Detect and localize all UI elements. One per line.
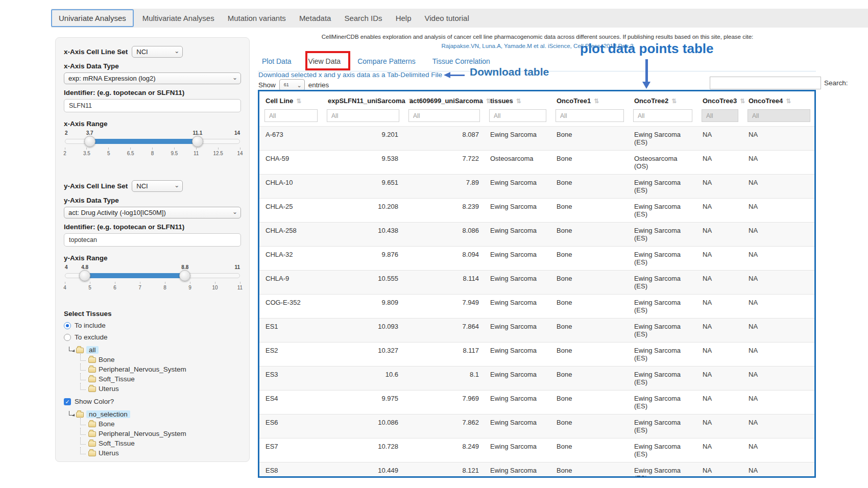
sort-icon[interactable]: ⇅	[786, 97, 791, 105]
entries-select[interactable]: 61 ⌄	[279, 79, 305, 91]
table-cell: 8.121	[403, 462, 484, 478]
slider-tick-label: 11	[190, 148, 202, 156]
y-data-type-select[interactable]: act: Drug Activity (-log10[IC50M]) ⌄	[64, 207, 241, 218]
nav-tab-help[interactable]: Help	[389, 10, 418, 27]
x-identifier-label: Identifier: (e.g. topotecan or SLFN11)	[64, 89, 241, 96]
nav-tab-multivariate-analyses[interactable]: Multivariate Analyses	[136, 10, 221, 27]
column-header-oncotree3[interactable]: OncoTree3⇅	[696, 91, 742, 108]
slider-tick-label: 5	[103, 148, 115, 156]
table-row[interactable]: COG-E-3529.8097.949Ewing SarcomaBoneEwin…	[259, 295, 814, 319]
tree-item-label: Soft_Tissue	[99, 375, 135, 383]
column-filter-input[interactable]	[748, 109, 810, 122]
tab-compare-patterns[interactable]: Compare Patterns	[357, 57, 416, 65]
table-cell: NA	[742, 223, 814, 247]
column-header-tissues[interactable]: tissues⇅	[484, 91, 550, 108]
column-header-act609699_unisarcoma[interactable]: act609699_uniSarcoma⇅	[403, 91, 484, 108]
table-row[interactable]: A-6739.2018.087Ewing SarcomaBoneEwing Sa…	[259, 127, 814, 151]
tab-plot-data[interactable]: Plot Data	[262, 57, 292, 65]
tree-item[interactable]: Bone	[80, 419, 241, 429]
column-header-oncotree1[interactable]: OncoTree1⇅	[550, 91, 628, 108]
table-row[interactable]: ES610.0867.862Ewing SarcomaBoneEwing Sar…	[259, 414, 814, 438]
nav-tab-mutation-variants[interactable]: Mutation variants	[221, 10, 293, 27]
tree-root-label[interactable]: all	[86, 346, 99, 354]
x-axis-range-slider[interactable]: 2 14 3.7 11.1 23.556.589.51112.514	[65, 130, 240, 160]
table-cell: NA	[696, 127, 742, 151]
table-row[interactable]: ES110.0937.864Ewing SarcomaBoneEwing Sar…	[259, 319, 814, 343]
column-filter-input[interactable]	[702, 109, 738, 122]
filter-cell	[696, 108, 742, 127]
column-header-cell line[interactable]: Cell Line⇅	[259, 91, 322, 108]
table-row[interactable]: ES710.7288.249Ewing SarcomaBoneEwing Sar…	[259, 438, 814, 462]
tree-item[interactable]: Peripheral_Nervous_System	[80, 364, 241, 374]
sort-icon[interactable]: ⇅	[296, 97, 301, 105]
x-data-type-select[interactable]: exp: mRNA Expression (log2) ⌄	[64, 72, 241, 84]
column-header-expslfn11_unisarcoma[interactable]: expSLFN11_uniSarcoma⇅	[322, 91, 403, 108]
x-identifier-input[interactable]	[64, 99, 241, 112]
tree-item[interactable]: Bone	[80, 355, 241, 364]
y-axis-range-slider[interactable]: 4 11 4.8 8.8 4567891011	[65, 264, 240, 294]
tree-root-row[interactable]: all	[69, 345, 241, 355]
column-filter-input[interactable]	[264, 109, 318, 122]
sort-icon[interactable]: ⇅	[671, 97, 677, 105]
nav-tab-univariate-analyses[interactable]: Univariate Analyses	[51, 9, 134, 27]
column-header-oncotree2[interactable]: OncoTree2⇅	[628, 91, 696, 108]
column-filter-input[interactable]	[633, 109, 692, 122]
column-filter-input[interactable]	[408, 109, 480, 122]
y-identifier-input[interactable]	[64, 233, 241, 247]
y-cell-line-set-select[interactable]: NCI ⌄	[132, 180, 183, 192]
table-cell: 8.1	[403, 367, 484, 391]
table-row[interactable]: CHLA-25810.4388.086Ewing SarcomaBoneEwin…	[259, 223, 814, 247]
slider-handle-high[interactable]	[192, 136, 203, 147]
search-input[interactable]	[710, 77, 821, 89]
sort-icon[interactable]: ⇅	[594, 97, 599, 105]
show-color-checkbox[interactable]: ✓	[64, 398, 71, 405]
table-row[interactable]: ES810.4498.121Ewing SarcomaBoneEwing Sar…	[259, 462, 814, 478]
nav-tab-video-tutorial[interactable]: Video tutorial	[418, 10, 475, 27]
tree-item[interactable]: Soft_Tissue	[80, 438, 241, 448]
table-row[interactable]: CHLA-109.6517.89Ewing SarcomaBoneEwing S…	[259, 175, 814, 199]
y-identifier-label: Identifier: (e.g. topotecan or SLFN11)	[64, 223, 241, 231]
chevron-down-icon: ⌄	[174, 180, 179, 191]
tree-root-label[interactable]: no_selection	[86, 410, 130, 418]
column-filter-input[interactable]	[556, 109, 624, 122]
show-color-label: Show Color?	[75, 398, 114, 405]
nav-tab-search-ids[interactable]: Search IDs	[337, 10, 389, 27]
slider-handle-low[interactable]	[79, 270, 90, 281]
slider-handle-low[interactable]	[84, 136, 95, 147]
sort-icon[interactable]: ⇅	[740, 97, 745, 105]
table-cell: Ewing Sarcoma (ES)	[628, 247, 696, 271]
tree-item-label: Bone	[99, 420, 115, 428]
table-row[interactable]: CHLA-2510.2088.239Ewing SarcomaBoneEwing…	[259, 199, 814, 223]
table-row[interactable]: ES49.9757.969Ewing SarcomaBoneEwing Sarc…	[259, 391, 814, 414]
x-cell-line-set-select[interactable]: NCI ⌄	[132, 46, 183, 58]
tab-tissue-correlation[interactable]: Tissue Correlation	[432, 57, 490, 65]
slider-handle-high[interactable]	[179, 270, 190, 281]
table-row[interactable]: ES310.68.1Ewing SarcomaBoneEwing Sarcoma…	[259, 367, 814, 391]
tree-item[interactable]: Uterus	[80, 448, 241, 458]
table-row[interactable]: CHLA-910.5558.114Ewing SarcomaBoneEwing …	[259, 271, 814, 295]
citation-link[interactable]: Rajapakse.VN, Luna.A, Yamade.M et al. iS…	[258, 43, 817, 49]
table-cell: NA	[742, 199, 814, 223]
tree-item[interactable]: Uterus	[80, 384, 241, 394]
table-cell: NA	[742, 414, 814, 438]
filter-cell	[259, 108, 322, 127]
tree-item[interactable]: Soft_Tissue	[80, 374, 241, 384]
tree-item[interactable]: Peripheral_Nervous_System	[80, 429, 241, 438]
radio-to-include[interactable]	[64, 322, 71, 329]
select-tissues-title: Select Tissues	[64, 310, 241, 318]
nav-tab-metadata[interactable]: Metadata	[293, 10, 338, 27]
annotation-download-table: Download table	[470, 66, 549, 78]
column-header-oncotree4[interactable]: OncoTree4⇅	[742, 91, 814, 108]
table-row[interactable]: ES210.3278.117Ewing SarcomaBoneEwing Sar…	[259, 343, 814, 367]
download-tab-delimited-link[interactable]: Download selected x and y axis data as a…	[258, 71, 442, 79]
chevron-down-icon: ⌄	[232, 72, 237, 83]
tree-connector-icon	[80, 418, 86, 425]
radio-to-exclude[interactable]	[64, 334, 71, 341]
tree-root-row[interactable]: no_selection	[69, 409, 241, 419]
sort-icon[interactable]: ⇅	[516, 97, 521, 105]
table-row[interactable]: CHA-599.5387.722OsteosarcomaBoneOsteosar…	[259, 151, 814, 175]
tree-connector-icon	[69, 347, 74, 351]
table-row[interactable]: CHLA-329.8768.094Ewing SarcomaBoneEwing …	[259, 247, 814, 271]
column-filter-input[interactable]	[489, 109, 546, 122]
column-filter-input[interactable]	[327, 109, 399, 122]
